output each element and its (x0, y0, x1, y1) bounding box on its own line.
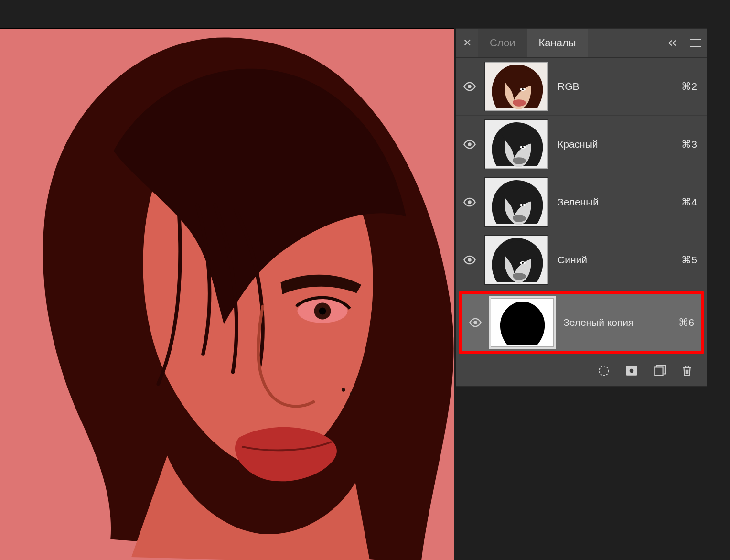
channel-name[interactable]: Синий (558, 254, 681, 266)
svg-point-6 (468, 85, 471, 88)
delete-channel-icon[interactable] (679, 363, 695, 379)
svg-point-13 (522, 146, 524, 148)
channel-thumbnail[interactable] (485, 178, 548, 226)
channel-name[interactable]: RGB (558, 81, 681, 92)
channel-list: RGB ⌘2 Красный ⌘3 Зеленый ⌘4 Синий ⌘5 (456, 58, 707, 354)
create-new-channel-icon[interactable] (651, 363, 667, 379)
panel-header: ✕ Слои Каналы (456, 29, 707, 58)
channel-shortcut: ⌘3 (681, 139, 701, 150)
svg-point-10 (468, 142, 471, 146)
channel-shortcut: ⌘6 (678, 317, 698, 328)
load-channel-as-selection-icon[interactable] (596, 363, 612, 379)
visibility-eye-icon[interactable] (462, 316, 489, 329)
svg-point-22 (473, 321, 477, 324)
channel-row[interactable]: Красный ⌘3 (456, 116, 707, 173)
svg-point-21 (522, 262, 524, 264)
visibility-eye-icon[interactable] (456, 138, 483, 151)
channel-row[interactable]: Зеленый ⌘4 (456, 173, 707, 231)
svg-point-24 (599, 366, 609, 376)
channel-shortcut: ⌘4 (681, 196, 701, 208)
tab-channels[interactable]: Каналы (527, 29, 588, 57)
svg-point-18 (468, 258, 471, 261)
svg-point-14 (468, 200, 471, 204)
svg-rect-27 (655, 367, 663, 375)
channel-thumbnail[interactable] (491, 298, 554, 347)
channel-row[interactable]: RGB ⌘2 (456, 58, 707, 116)
panel-menu-icon[interactable] (685, 29, 707, 57)
channel-name[interactable]: Красный (558, 139, 681, 150)
tab-layers[interactable]: Слои (478, 29, 527, 57)
collapse-double-chevron-icon[interactable] (660, 29, 685, 57)
save-selection-as-channel-icon[interactable] (623, 363, 640, 379)
close-icon[interactable]: ✕ (456, 29, 478, 57)
panel-footer (456, 355, 707, 386)
channel-thumbnail[interactable] (485, 120, 548, 169)
document-canvas[interactable] (0, 29, 454, 560)
visibility-eye-icon[interactable] (456, 195, 483, 209)
svg-point-26 (629, 368, 634, 374)
channel-name[interactable]: Зеленый (558, 196, 681, 208)
channel-shortcut: ⌘5 (681, 254, 701, 266)
channel-thumbnail[interactable] (485, 62, 548, 111)
visibility-eye-icon[interactable] (456, 253, 483, 267)
svg-point-9 (522, 88, 524, 90)
channels-panel: ✕ Слои Каналы RGB ⌘2 Кра (456, 29, 707, 386)
channel-row[interactable]: Синий ⌘5 (456, 231, 707, 289)
visibility-eye-icon[interactable] (456, 80, 483, 93)
channel-name[interactable]: Зеленый копия (563, 317, 678, 328)
channel-shortcut: ⌘2 (681, 81, 701, 92)
channel-row[interactable]: Зеленый копия ⌘6 (462, 294, 701, 351)
svg-point-17 (522, 204, 524, 206)
channel-thumbnail[interactable] (485, 236, 548, 284)
